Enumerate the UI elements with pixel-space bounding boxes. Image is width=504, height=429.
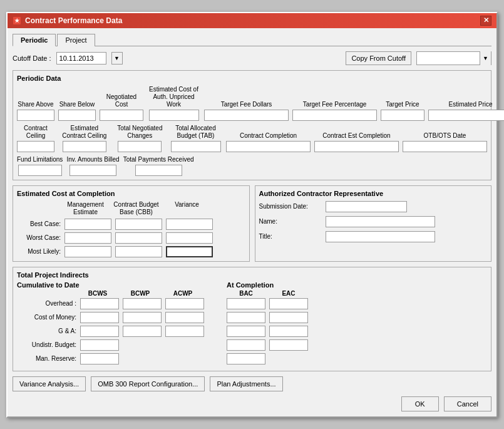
input-costmoney-bcwp[interactable]	[123, 312, 162, 323]
input-target-price[interactable]	[381, 110, 424, 121]
input-worst-cbb[interactable]	[115, 232, 162, 244]
input-contract-completion[interactable]	[226, 141, 311, 152]
input-at-ga-eac[interactable]	[269, 326, 308, 337]
tab-periodic[interactable]: Periodic	[13, 34, 56, 46]
input-worst-variance[interactable]	[166, 232, 213, 244]
field-total-neg-changes: Total Negotiated Changes	[115, 125, 165, 152]
input-best-mgmt[interactable]	[64, 219, 111, 230]
input-est-contract-ceiling[interactable]	[63, 141, 106, 152]
input-at-costmoney-eac[interactable]	[269, 312, 308, 323]
input-at-costmoney-bac[interactable]	[227, 312, 265, 323]
input-at-overhead-eac[interactable]	[269, 298, 308, 309]
input-overhead-bcwp[interactable]	[123, 298, 162, 309]
cutoff-date-input[interactable]	[56, 52, 106, 65]
field-contract-est-completion: Contract Est Completion	[314, 132, 399, 152]
input-negotiated-cost[interactable]	[100, 110, 143, 121]
ecac-row-best: Best Case:	[17, 219, 245, 230]
input-target-fee-dollars[interactable]	[204, 110, 289, 121]
field-negotiated-cost: Negotiated Cost	[100, 93, 143, 121]
input-est-price[interactable]	[428, 110, 504, 121]
field-contract-ceiling: Contract Ceiling	[17, 125, 54, 152]
input-fund-limitations[interactable]	[18, 165, 62, 176]
ecac-col-headers: Management Estimate Contract Budget Base…	[62, 201, 245, 217]
plan-adjustments-button[interactable]: Plan Adjustments...	[210, 376, 282, 391]
at-comp-row-costmoney	[227, 312, 308, 323]
label-total-payments: Total Payments Received	[123, 156, 194, 163]
input-likely-mgmt[interactable]	[64, 246, 111, 257]
input-share-below[interactable]	[58, 110, 96, 121]
indirects-title: Total Project Indirects	[17, 271, 89, 279]
input-worst-mgmt[interactable]	[64, 232, 111, 244]
field-fund-limitations: Fund Limitations	[17, 156, 63, 176]
input-contract-ceiling[interactable]	[17, 141, 54, 152]
copy-dropdown: ▼	[416, 51, 491, 65]
input-total-payments[interactable]	[135, 165, 182, 176]
ok-button[interactable]: OK	[401, 396, 439, 411]
label-share-below: Share Below	[59, 101, 95, 108]
input-total-alloc-budget[interactable]	[171, 141, 221, 152]
indirects-content: Cumulative to Date BCWS BCWP ACWP Overhe…	[17, 281, 487, 367]
input-best-variance[interactable]	[166, 219, 213, 230]
field-target-fee-dollars: Target Fee Dollars	[204, 101, 289, 121]
input-submission-date[interactable]	[326, 201, 407, 212]
at-comp-row-undistr	[227, 339, 308, 351]
input-ga-bcws[interactable]	[80, 326, 119, 337]
input-total-neg-changes[interactable]	[118, 141, 162, 152]
at-completion-label: At Completion	[227, 281, 308, 289]
ecac-row-likely: Most Likely:	[17, 246, 245, 257]
label-share-above: Share Above	[18, 101, 53, 108]
ecac-best-label: Best Case:	[17, 220, 61, 227]
label-otb-ots-date: OTB/OTS Date	[424, 132, 466, 140]
input-likely-variance[interactable]	[166, 246, 213, 257]
input-overhead-acwp[interactable]	[165, 298, 204, 309]
input-ga-acwp[interactable]	[165, 326, 204, 337]
cutoff-date-dropdown[interactable]: ▼	[111, 52, 123, 65]
title-bar: ★ Contract Performance Data ✕	[8, 13, 496, 28]
input-best-cbb[interactable]	[115, 219, 162, 230]
input-name[interactable]	[326, 216, 435, 227]
input-at-undistr-bac[interactable]	[227, 339, 265, 351]
at-comp-row-manreserve	[227, 353, 308, 364]
input-undistr-bcws[interactable]	[80, 339, 119, 351]
label-est-cost-auth: Estimated Cost of Auth. Unpriced Work	[147, 86, 200, 108]
input-ga-bcwp[interactable]	[123, 326, 162, 337]
indirects-ctd: Cumulative to Date BCWS BCWP ACWP Overhe…	[17, 281, 204, 367]
label-inv-amounts-billed: Inv. Amounts Billed	[66, 156, 119, 163]
tab-project[interactable]: Project	[57, 34, 95, 46]
field-share-above: Share Above	[17, 101, 54, 121]
close-button[interactable]: ✕	[480, 16, 491, 26]
indirects-at-completion: At Completion BAC EAC	[227, 281, 308, 367]
input-share-above[interactable]	[17, 110, 54, 121]
cancel-button[interactable]: Cancel	[444, 396, 491, 411]
copy-dropdown-btn[interactable]: ▼	[480, 51, 491, 65]
field-inv-amounts-billed: Inv. Amounts Billed	[66, 156, 119, 176]
input-contract-est-completion[interactable]	[314, 141, 399, 152]
variance-analysis-button[interactable]: Variance Analysis...	[13, 376, 86, 391]
ind-row-undistr: Undistr. Budget:	[17, 339, 204, 351]
label-target-price: Target Price	[386, 101, 419, 108]
input-at-ga-bac[interactable]	[227, 326, 265, 337]
input-at-overhead-bac[interactable]	[227, 298, 265, 309]
acr-row-name: Name:	[259, 216, 488, 227]
indirects-section: Total Project Indirects Cumulative to Da…	[13, 267, 491, 371]
input-costmoney-acwp[interactable]	[165, 312, 204, 323]
input-otb-ots-date[interactable]	[403, 141, 487, 152]
input-est-cost-auth[interactable]	[149, 110, 199, 121]
label-negotiated-cost: Negotiated Cost	[100, 93, 143, 108]
field-target-price: Target Price	[381, 101, 424, 121]
input-inv-amounts-billed[interactable]	[69, 165, 116, 176]
input-likely-cbb[interactable]	[115, 246, 162, 257]
input-manreserve-bcws[interactable]	[80, 353, 119, 364]
input-overhead-bcws[interactable]	[80, 298, 119, 309]
label-target-fee-dollars: Target Fee Dollars	[221, 101, 272, 108]
ind-row-man-reserve: Man. Reserve:	[17, 353, 204, 364]
input-at-manreserve-bac[interactable]	[227, 353, 265, 364]
input-costmoney-bcws[interactable]	[80, 312, 119, 323]
copy-from-cutoff-button[interactable]: Copy From Cutoff	[346, 51, 411, 65]
ctd-acwp-header: ACWP	[163, 290, 202, 297]
input-target-fee-pct[interactable]	[292, 110, 377, 121]
input-at-undistr-eac[interactable]	[269, 339, 308, 351]
omb-report-button[interactable]: OMB 300 Report Configuration...	[91, 376, 205, 391]
input-title[interactable]	[326, 231, 435, 242]
acr-name-label: Name:	[259, 218, 322, 225]
